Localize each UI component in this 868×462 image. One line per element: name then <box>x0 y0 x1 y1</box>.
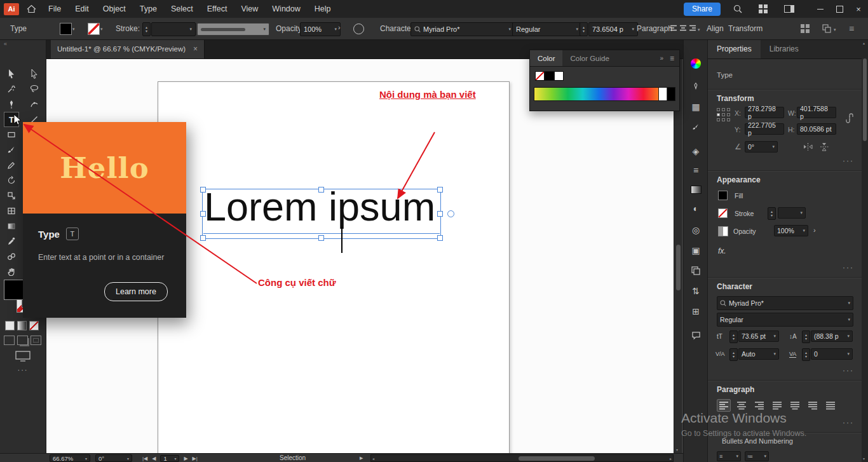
spectrum-gradient[interactable] <box>534 88 658 100</box>
reference-point-selector[interactable] <box>717 108 730 121</box>
selection-handle-top-left[interactable] <box>200 187 206 193</box>
scale-tool[interactable] <box>4 188 19 203</box>
window-minimize-button[interactable] <box>811 0 830 18</box>
brushes-panel-icon[interactable] <box>689 121 702 133</box>
transform-more-options[interactable]: ··· <box>843 156 854 165</box>
recolor-artwork-icon[interactable] <box>353 24 364 34</box>
tracking-stepper[interactable]: ▴▾ <box>802 348 810 361</box>
align-left-icon[interactable] <box>670 25 677 31</box>
scroll-down-icon[interactable]: ▾ <box>676 447 678 452</box>
rotation-dropdown[interactable]: 0°▾ <box>745 141 778 153</box>
selection-handle-top-right[interactable] <box>437 187 443 193</box>
arrange-icon[interactable] <box>822 24 831 33</box>
color-panel-icon[interactable] <box>689 57 702 70</box>
stroke-weight-stepper[interactable]: ▴▾ <box>768 207 776 220</box>
menu-file[interactable]: File <box>41 0 68 18</box>
tab-libraries[interactable]: Libraries <box>761 39 808 58</box>
fill-label[interactable]: Fill <box>735 192 743 200</box>
opacity-dropdown[interactable]: 100%▾ <box>774 225 808 236</box>
last-artboard-icon[interactable]: ▶| <box>193 456 198 461</box>
rotate-tool[interactable] <box>4 173 19 188</box>
draw-normal-mode-button[interactable] <box>4 336 15 345</box>
draw-inside-mode-button[interactable] <box>31 336 41 345</box>
scroll-up-icon[interactable]: ▴ <box>863 41 865 45</box>
eyedropper-tool[interactable] <box>4 234 19 249</box>
align-panel-link[interactable]: Align <box>707 24 724 33</box>
swatches-panel-icon[interactable]: ▦ <box>689 100 702 113</box>
doc-setup-grid-icon[interactable] <box>801 24 810 33</box>
toolbar-collapse-icon[interactable]: « <box>4 41 7 47</box>
blend-tool[interactable] <box>4 249 19 264</box>
w-input[interactable]: 401.7588 p <box>797 107 836 118</box>
asset-export-panel-icon[interactable]: ⇅ <box>689 285 702 297</box>
rectangle-tool[interactable] <box>4 127 19 142</box>
color-spectrum-bar[interactable] <box>534 87 675 101</box>
paragraph-align-chevron-icon[interactable]: ▾ <box>698 27 700 32</box>
rotation-dropdown[interactable]: 0°▾ <box>95 454 132 462</box>
font-size-dropdown[interactable]: 73.65 pt▾ <box>738 330 779 342</box>
comments-panel-icon[interactable] <box>689 329 702 342</box>
flip-vertical-icon[interactable] <box>820 142 829 151</box>
control-panel-menu-icon[interactable]: ≡ <box>849 24 854 34</box>
menu-window[interactable]: Window <box>265 0 307 18</box>
artboard[interactable] <box>158 81 510 453</box>
properties-scroll-thumb[interactable] <box>863 58 867 141</box>
font-style-dropdown[interactable]: Regular▾ <box>512 22 582 36</box>
justify-center-icon[interactable] <box>788 399 802 412</box>
gradient-panel-icon[interactable] <box>689 183 702 196</box>
selection-handle-mid-left[interactable] <box>200 211 206 217</box>
stroke-swatch-chevron-icon[interactable]: ▾ <box>100 27 103 32</box>
selection-tool[interactable] <box>4 66 19 81</box>
curvature-tool[interactable] <box>27 97 42 112</box>
menu-object[interactable]: Object <box>96 0 133 18</box>
paintbrush-tool[interactable] <box>4 142 19 158</box>
fill-color-swatch[interactable] <box>60 23 72 35</box>
workspace-switcher-icon[interactable] <box>759 4 768 13</box>
canvas-vertical-scrollbar[interactable]: ▴ ▾ <box>674 58 682 453</box>
kerning-stepper[interactable]: ▴▾ <box>729 348 738 361</box>
appearance-fill-swatch[interactable] <box>718 191 728 200</box>
layers-panel-icon[interactable] <box>689 264 702 277</box>
kerning-dropdown[interactable]: Auto▾ <box>738 348 779 360</box>
home-icon[interactable] <box>27 4 36 13</box>
align-center-icon[interactable] <box>679 25 687 31</box>
tab-color[interactable]: Color <box>530 50 562 66</box>
h-input[interactable]: 80.0586 pt <box>797 123 836 135</box>
font-family-dropdown[interactable]: Myriad Pro*▾ <box>410 22 515 36</box>
y-input[interactable]: 222.7705 p <box>745 123 784 135</box>
scroll-left-icon[interactable]: ◂ <box>372 456 374 461</box>
gradient-tool[interactable] <box>4 219 19 234</box>
next-artboard-icon[interactable]: ▶ <box>184 456 187 461</box>
pen-tool[interactable] <box>4 97 19 112</box>
artboards-panel-icon[interactable]: ⊞ <box>689 305 702 318</box>
document-tab[interactable]: Untitled-1* @ 66.67 % (CMYK/Preview) × <box>51 39 205 58</box>
constrain-proportions-icon[interactable] <box>845 113 854 123</box>
hand-tool[interactable] <box>4 264 19 280</box>
selection-rotate-handle[interactable] <box>447 210 454 217</box>
align-center-icon[interactable] <box>735 399 749 412</box>
mesh-tool[interactable] <box>4 203 19 219</box>
opacity-more-arrow-icon[interactable]: › <box>813 226 816 234</box>
selection-handle-bottom-center[interactable] <box>318 235 324 241</box>
lasso-tool[interactable] <box>27 81 42 97</box>
menu-type[interactable]: Type <box>133 0 164 18</box>
share-button[interactable]: Share <box>684 3 721 16</box>
character-font-dropdown[interactable]: Myriad Pro*▾ <box>717 296 853 310</box>
paragraph-more-options[interactable]: ··· <box>843 418 854 427</box>
window-close-button[interactable]: × <box>849 0 868 18</box>
color-button[interactable] <box>5 321 15 330</box>
appearance-more-options[interactable]: ··· <box>843 263 854 272</box>
color-white-swatch[interactable] <box>554 71 564 81</box>
justify-left-icon[interactable] <box>770 399 784 412</box>
bullets-list-dropdown[interactable]: ≡▾ <box>717 451 741 461</box>
panel-collapse-icon[interactable]: » <box>660 55 663 62</box>
window-restore-button[interactable] <box>830 0 849 18</box>
arrange-chevron-icon[interactable]: ▾ <box>834 27 836 32</box>
menu-effect[interactable]: Effect <box>200 0 234 18</box>
justify-right-icon[interactable] <box>806 399 820 412</box>
selection-handle-top-center[interactable] <box>318 187 324 193</box>
color-guide-panel-icon[interactable] <box>689 80 702 93</box>
scroll-right-icon[interactable]: ▸ <box>670 456 672 461</box>
numbering-list-dropdown[interactable]: ≔▾ <box>745 451 769 461</box>
spectrum-white-swatch[interactable] <box>658 88 667 100</box>
